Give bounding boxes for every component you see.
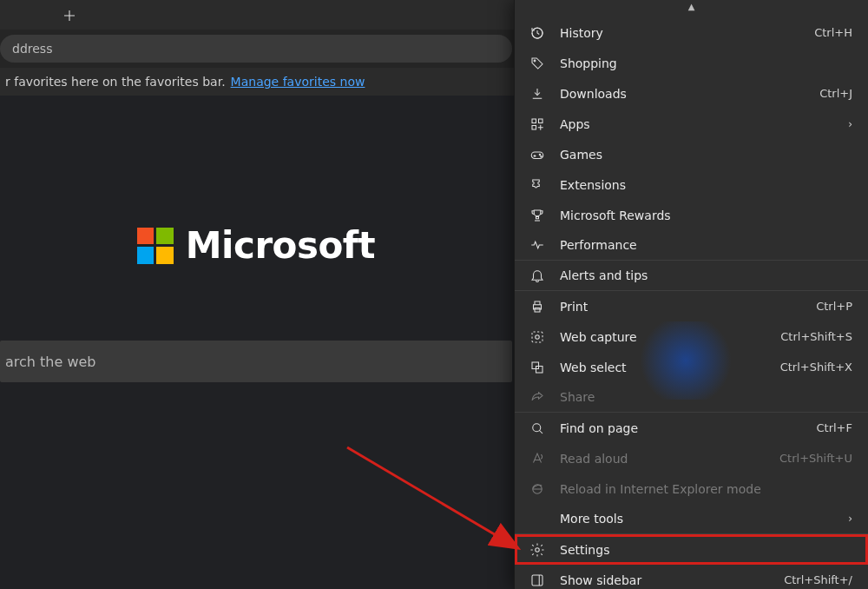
new-tab-content: Microsoft arch the web <box>0 96 512 589</box>
menu-item-label: Web select <box>560 361 780 374</box>
plus-icon <box>62 8 77 23</box>
menu-item-label: Find on page <box>560 421 816 435</box>
menu-item-apps[interactable]: Apps› <box>515 109 868 139</box>
menu-item-rewards[interactable]: Microsoft Rewards <box>515 200 868 230</box>
address-placeholder: ddress <box>12 42 52 56</box>
menu-item-alerts[interactable]: Alerts and tips <box>515 261 868 291</box>
settings-menu-panel: ▲ HistoryCtrl+HShoppingDownloadsCtrl+JAp… <box>514 0 868 589</box>
games-icon <box>529 147 546 162</box>
select-icon <box>529 360 546 375</box>
menu-item-shortcut: Ctrl+Shift+S <box>780 330 852 343</box>
tag-icon <box>529 56 546 71</box>
menu-item-label: Microsoft Rewards <box>560 208 852 222</box>
menu-item-label: History <box>560 26 814 40</box>
menu-item-showsidebar[interactable]: Show sidebarCtrl+Shift+/ <box>515 565 868 589</box>
menu-item-label: Show sidebar <box>560 573 784 587</box>
trophy-icon <box>529 208 546 223</box>
print-icon <box>529 299 546 314</box>
menu-item-games[interactable]: Games <box>515 139 868 169</box>
sidebar-icon <box>529 572 546 588</box>
menu-item-label: Settings <box>560 543 852 557</box>
menu-item-label: Apps <box>560 117 848 131</box>
menu-item-shortcut: Ctrl+H <box>814 26 852 39</box>
menu-item-reloadie: Reload in Internet Explorer mode <box>515 473 868 504</box>
menu-item-label: More tools <box>560 512 848 526</box>
menu-item-downloads[interactable]: DownloadsCtrl+J <box>515 78 868 109</box>
share-icon <box>529 389 546 405</box>
menu-item-shortcut: Ctrl+Shift+U <box>779 452 852 465</box>
new-tab-button[interactable] <box>57 3 82 28</box>
menu-item-label: Extensions <box>560 178 852 192</box>
address-input[interactable]: ddress <box>0 35 512 63</box>
menu-item-label: Shopping <box>560 56 852 70</box>
menu-item-shortcut: Ctrl+F <box>816 421 852 434</box>
menu-item-readaloud: Read aloudCtrl+Shift+U <box>515 443 868 473</box>
capture-icon <box>529 329 546 345</box>
menu-item-label: Reload in Internet Explorer mode <box>560 482 852 496</box>
search-placeholder: arch the web <box>5 354 95 370</box>
chevron-right-icon: › <box>848 513 852 525</box>
menu-item-shortcut: Ctrl+Shift+/ <box>784 573 852 586</box>
menu-item-extensions[interactable]: Extensions <box>515 169 868 200</box>
menu-item-webcapture[interactable]: Web captureCtrl+Shift+S <box>515 321 868 352</box>
menu-item-shopping[interactable]: Shopping <box>515 48 868 78</box>
microsoft-logo-icon <box>137 228 174 264</box>
find-icon <box>529 420 546 436</box>
menu-item-label: Downloads <box>560 87 819 101</box>
manage-favorites-link[interactable]: Manage favorites now <box>231 75 365 89</box>
menu-item-webselect[interactable]: Web selectCtrl+Shift+X <box>515 352 868 382</box>
gear-icon <box>529 542 546 558</box>
menu-item-label: Web capture <box>560 330 780 344</box>
search-input[interactable]: arch the web <box>0 341 512 382</box>
menu-item-findonpage[interactable]: Find on pageCtrl+F <box>515 413 868 443</box>
bell-icon <box>529 268 546 283</box>
menu-item-print[interactable]: PrintCtrl+P <box>515 291 868 321</box>
puzzle-icon <box>529 177 546 193</box>
menu-item-share: Share <box>515 382 868 413</box>
readaloud-icon <box>529 451 546 467</box>
brand-label: Microsoft <box>186 224 375 267</box>
apps-icon <box>529 116 546 132</box>
download-icon <box>529 86 546 102</box>
menu-item-history[interactable]: HistoryCtrl+H <box>515 17 868 48</box>
heartbeat-icon <box>529 237 546 253</box>
menu-item-shortcut: Ctrl+P <box>816 300 852 313</box>
ie-icon <box>529 481 546 497</box>
menu-item-label: Print <box>560 300 816 314</box>
menu-item-label: Games <box>560 148 852 162</box>
menu-item-performance[interactable]: Performance <box>515 230 868 261</box>
menu-item-label: Read aloud <box>560 452 779 466</box>
menu-item-moretools[interactable]: More tools› <box>515 504 868 534</box>
menu-item-label: Performance <box>560 238 852 252</box>
history-icon <box>529 25 546 41</box>
favorites-hint-text: r favorites here on the favorites bar. <box>5 75 226 89</box>
menu-item-settings[interactable]: Settings <box>515 534 868 565</box>
menu-caret-icon: ▲ <box>688 2 695 11</box>
chevron-right-icon: › <box>848 118 852 130</box>
menu-item-label: Share <box>560 390 852 404</box>
menu-item-label: Alerts and tips <box>560 268 852 282</box>
menu-item-shortcut: Ctrl+J <box>819 87 852 100</box>
menu-item-shortcut: Ctrl+Shift+X <box>780 361 852 374</box>
